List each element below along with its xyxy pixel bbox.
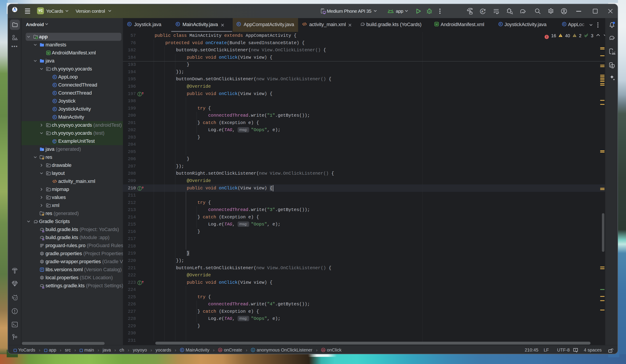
svg-text:A: A bbox=[481, 10, 483, 13]
svg-text:C: C bbox=[54, 100, 56, 103]
svg-text:M: M bbox=[47, 52, 49, 55]
svg-text:C: C bbox=[54, 108, 56, 111]
svg-text:T: T bbox=[41, 268, 43, 271]
svg-text:C: C bbox=[54, 115, 56, 119]
svg-text:C: C bbox=[54, 83, 56, 87]
svg-text:C: C bbox=[181, 349, 183, 351]
svg-text:M: M bbox=[435, 23, 438, 26]
svg-text:C: C bbox=[177, 23, 179, 26]
svg-text:m: m bbox=[219, 349, 221, 351]
svg-text:C: C bbox=[54, 140, 56, 143]
svg-text:m: m bbox=[322, 349, 324, 351]
svg-text:λ: λ bbox=[252, 349, 254, 351]
svg-text:C: C bbox=[237, 23, 240, 26]
svg-text:C: C bbox=[128, 23, 130, 26]
svg-text:C: C bbox=[54, 91, 56, 95]
svg-text:C: C bbox=[500, 23, 502, 26]
svg-text:C: C bbox=[54, 75, 56, 78]
svg-text:C: C bbox=[563, 23, 565, 26]
